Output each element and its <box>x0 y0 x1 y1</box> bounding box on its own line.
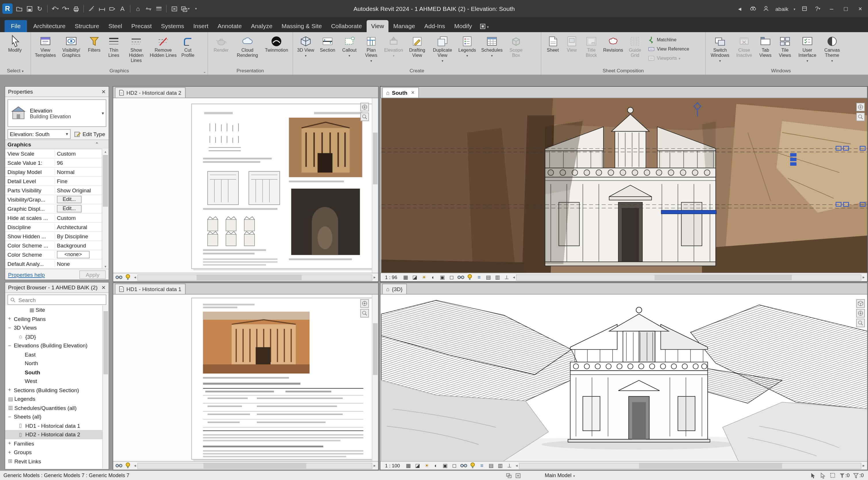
edit-button[interactable]: Edit... <box>57 205 82 212</box>
drafting-view-button[interactable]: Drafting View <box>405 33 429 58</box>
signed-in-user[interactable]: abaik <box>775 5 788 12</box>
tab-views-button[interactable]: Tab Views <box>756 33 775 58</box>
temporary-view-properties-icon[interactable]: ▤ <box>487 462 495 469</box>
property-value[interactable]: Normal <box>55 169 108 175</box>
tree-item-site[interactable]: ▦Site <box>5 305 108 314</box>
tab-precast[interactable]: Precast <box>127 20 156 32</box>
close-icon[interactable]: ✕ <box>101 89 106 95</box>
tab-modify[interactable]: Modify <box>450 20 477 32</box>
expander-icon[interactable]: + <box>8 450 14 455</box>
ribbon-display-toggle[interactable]: ▾ <box>480 24 489 29</box>
drag-elements-icon[interactable] <box>830 473 836 478</box>
properties-header[interactable]: Properties ✕ <box>5 87 108 97</box>
temporary-view-properties-icon[interactable]: ▤ <box>485 274 492 281</box>
reveal-hidden-icon[interactable] <box>469 462 476 469</box>
scope-box-button[interactable]: Scope Box <box>505 33 527 58</box>
expander-icon[interactable]: + <box>8 441 14 446</box>
scale-button[interactable]: 1 : 96 <box>382 274 400 281</box>
view-tab-hd1[interactable]: HD1 - Historical data 1 <box>115 284 185 294</box>
elevation-button[interactable]: Elevation ▾ <box>382 33 405 58</box>
panel-label-sheet-composition[interactable]: Sheet Composition <box>541 68 705 74</box>
user-interface-button[interactable]: User Interface ▾ <box>795 33 820 62</box>
worksharing-display-icon[interactable]: ≡ <box>475 274 483 281</box>
property-value[interactable]: 96 <box>55 160 108 166</box>
close-button[interactable]: × <box>856 5 865 12</box>
filters-button[interactable]: Filters <box>85 33 104 54</box>
crop-view-icon[interactable]: ▣ <box>439 274 446 281</box>
filter-icon[interactable]: :0 <box>854 473 864 478</box>
twinmotion-button[interactable]: Twinmotion <box>262 33 291 54</box>
browser-search[interactable] <box>7 295 106 305</box>
expander-icon[interactable]: + <box>8 316 14 322</box>
section-button[interactable]: Section <box>317 33 338 54</box>
hd2-horizontal-scrollbar[interactable]: ◄ ► <box>133 274 376 280</box>
detail-level-icon[interactable]: ▦ <box>402 274 409 281</box>
property-value[interactable]: None <box>55 261 108 267</box>
steering-wheel-icon[interactable] <box>360 299 369 308</box>
reveal-constraints-icon[interactable]: ⊥ <box>503 274 510 281</box>
view-tab-3d[interactable]: ⌂ {3D} <box>382 284 407 294</box>
tab-analyze[interactable]: Analyze <box>246 20 277 32</box>
tab-addins[interactable]: Add-Ins <box>420 20 450 32</box>
print-icon[interactable] <box>72 4 80 13</box>
show-crop-icon[interactable]: ◻ <box>448 274 456 281</box>
expander-icon[interactable]: − <box>8 414 14 420</box>
title-block-button[interactable]: Title Block <box>581 33 602 58</box>
property-value[interactable]: Fine <box>55 178 108 184</box>
tree-item-north[interactable]: North <box>5 359 108 368</box>
property-value[interactable]: Custom <box>55 215 108 221</box>
canvas-theme-button[interactable]: Canvas Theme ▾ <box>820 33 844 62</box>
type-selector[interactable]: Elevation Building Elevation ▾ <box>7 99 106 127</box>
zoom-icon[interactable] <box>856 319 865 327</box>
tree-item-families[interactable]: +Families <box>5 439 108 448</box>
text-icon[interactable]: A <box>118 4 126 13</box>
panel-label-graphics[interactable]: Graphics <box>31 68 208 74</box>
temporary-hide-icon[interactable] <box>457 274 465 281</box>
color-scheme-button[interactable]: <none> <box>57 251 89 259</box>
editing-requests-icon[interactable] <box>515 472 521 479</box>
browser-scrollbar[interactable] <box>102 305 108 469</box>
expander-icon[interactable]: + <box>8 387 14 393</box>
tab-insert[interactable]: Insert <box>189 20 213 32</box>
tab-massing-site[interactable]: Massing & Site <box>277 20 327 32</box>
app-store-icon[interactable] <box>801 4 808 13</box>
customize-qat-icon[interactable]: ▾ <box>192 4 200 13</box>
revisions-button[interactable]: Revisions <box>602 33 625 54</box>
render-button[interactable]: Render <box>210 33 232 54</box>
search-icon[interactable] <box>749 4 757 13</box>
tree-item-legends[interactable]: ▤Legends <box>5 395 108 403</box>
visual-style-icon[interactable]: ◪ <box>411 274 418 281</box>
select-links-icon[interactable] <box>820 472 826 479</box>
property-value[interactable]: Background <box>55 242 108 249</box>
close-icon[interactable]: ✕ <box>101 284 106 290</box>
zoom-icon[interactable] <box>360 112 369 121</box>
panel-label-presentation[interactable]: Presentation <box>208 68 292 74</box>
help-icon[interactable]: ?▾ <box>814 4 822 13</box>
undo-icon[interactable]: ↶▾ <box>51 4 59 13</box>
reveal-hidden-icon[interactable] <box>466 274 474 281</box>
sun-path-icon[interactable]: ☀ <box>423 462 430 469</box>
analysis-display-icon[interactable]: ▥ <box>494 274 501 281</box>
viewcube-icon[interactable] <box>856 299 865 308</box>
view-templates-button[interactable]: View Templates <box>33 33 58 58</box>
property-group-graphics[interactable]: Graphics ⌃ <box>5 140 108 149</box>
caret-down-icon[interactable]: ▾ <box>794 7 795 11</box>
cut-profile-button[interactable]: Cut Profile <box>178 33 198 58</box>
hd2-canvas[interactable] <box>113 98 378 273</box>
chevron-down-icon[interactable]: ▾ <box>102 110 104 116</box>
tab-manage[interactable]: Manage <box>389 20 420 32</box>
duplicate-view-button[interactable]: Duplicate View ▾ <box>429 33 456 62</box>
steering-wheel-icon[interactable] <box>856 309 865 317</box>
minimize-button[interactable]: – <box>827 5 836 12</box>
worksharing-display-icon[interactable]: ≡ <box>478 462 486 469</box>
guide-grid-button[interactable]: Guide Grid <box>625 33 645 58</box>
tree-item-schedules[interactable]: ▥Schedules/Quantities (all) <box>5 403 108 412</box>
collapse-icon[interactable]: ⌃ <box>95 142 99 147</box>
visual-style-icon[interactable]: ◪ <box>414 462 421 469</box>
property-value[interactable]: Show Original <box>55 187 108 194</box>
tree-item-hd2[interactable]: ▯HD2 - Historical data 2 <box>5 430 108 439</box>
zoom-icon[interactable] <box>856 112 865 121</box>
tree-item-hd1[interactable]: ▯HD1 - Historical data 1 <box>5 421 108 430</box>
tab-view[interactable]: View <box>367 20 389 32</box>
viewports-button[interactable]: Viewports ▾ <box>648 55 689 62</box>
